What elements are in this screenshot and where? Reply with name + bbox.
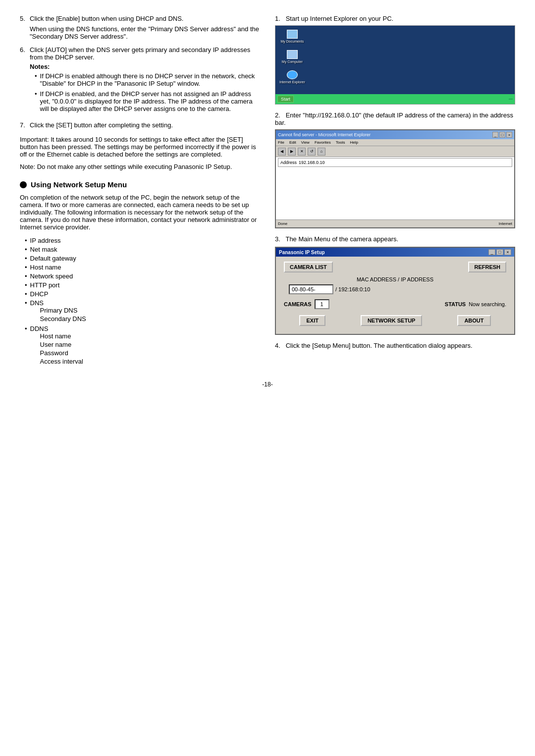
ie-menubar: File Edit View Favorites Tools Help <box>276 139 514 146</box>
ie-maximize-btn[interactable]: □ <box>499 132 505 138</box>
ie-menu-tools[interactable]: Tools <box>336 140 345 145</box>
ie-address-value: 192.168.0.10 <box>299 160 325 165</box>
ip-setup-close-btn[interactable]: × <box>504 249 511 255</box>
ddns-access-interval: Access interval <box>40 358 83 365</box>
section-text: On completion of the network setup of th… <box>20 194 260 231</box>
ie-icon <box>287 70 298 79</box>
note-text-2: If DHCP is enabled, and the DHCP server … <box>40 90 260 112</box>
camera-list-button[interactable]: CAMERA LIST <box>284 262 333 272</box>
mac-address-input[interactable]: 00-80-45- <box>289 284 333 294</box>
important-text: Important: It takes around 10 seconds fo… <box>20 136 256 158</box>
section-heading-text: Using Network Setup Menu <box>31 180 127 189</box>
network-item-dhcp-label: DHCP <box>30 290 49 298</box>
status-label: STATUS <box>445 301 466 307</box>
status-row: STATUS Now searching. <box>445 301 506 307</box>
right-step-1: 1. Start up Internet Explorer on your PC… <box>275 15 515 105</box>
ie-title-text: Cannot find server - Microsoft Internet … <box>278 132 371 137</box>
right-column: 1. Start up Internet Explorer on your PC… <box>275 15 515 371</box>
about-button[interactable]: ABOUT <box>457 315 490 326</box>
desktop-icon-ie: Internet Explorer <box>279 70 305 84</box>
camera-list-row: CAMERA LIST REFRESH <box>284 262 506 272</box>
cameras-count: 1 <box>315 299 329 309</box>
ie-internet-zone: Internet <box>499 221 512 226</box>
ip-setup-body: CAMERA LIST REFRESH MAC ADDRESS / IP ADD… <box>276 257 514 334</box>
right-step-2: 2. Enter "http://192.168.0.10" (the defa… <box>275 111 515 228</box>
mac-ip-label: MAC ADDRESS / IP ADDRESS <box>284 276 506 282</box>
network-item-speed-label: Network speed <box>30 272 73 280</box>
ip-setup-minimize-btn[interactable]: _ <box>488 249 495 255</box>
ddns-password: Password <box>40 349 83 357</box>
ie-addressbar[interactable]: Address 192.168.0.10 <box>278 158 512 167</box>
ie-home-btn[interactable]: ⌂ <box>318 148 325 156</box>
right-step-3-num: 3. <box>275 235 280 243</box>
ie-content <box>276 168 514 225</box>
cameras-row: CAMERAS 1 <box>284 299 329 309</box>
dns-secondary: Secondary DNS <box>40 315 86 323</box>
ip-setup-maximize-btn[interactable]: □ <box>496 249 503 255</box>
refresh-button[interactable]: REFRESH <box>468 262 506 272</box>
ie-statusbar: Done Internet <box>276 219 514 227</box>
important-block: Important: It takes around 10 seconds fo… <box>20 136 260 158</box>
network-item-hostname-label: Host name <box>30 264 61 271</box>
right-step-3-text: The Main Menu of the camera appears. <box>285 235 398 243</box>
desktop-taskbar: Start <box>275 94 515 104</box>
ie-close-btn[interactable]: × <box>506 132 512 138</box>
right-step-1-num: 1. <box>275 15 280 22</box>
right-step-2-num: 2. <box>275 111 280 119</box>
left-column: 5. Click the [Enable] button when using … <box>20 15 260 371</box>
network-item-http: • HTTP port <box>20 281 260 289</box>
ie-menu-favorites[interactable]: Favorites <box>315 140 331 145</box>
note-block: Note: Do not make any other settings whi… <box>20 163 260 170</box>
desktop-icons: My Documents My Computer Internet Explor… <box>279 30 305 84</box>
status-value: Now searching. <box>469 301 506 307</box>
ie-menu-view[interactable]: View <box>301 140 310 145</box>
ip-separator: / 192:168:0:10 <box>335 286 370 292</box>
list-num-5: 5. <box>20 15 27 40</box>
right-step-4-text: Click the [Setup Menu] button. The authe… <box>286 342 473 349</box>
ie-toolbar: ◀ ▶ ✕ ↺ ⌂ <box>276 146 514 157</box>
ie-status-text: Done <box>278 221 287 226</box>
taskbar-time <box>509 99 513 100</box>
network-item-netmask-label: Net mask <box>30 246 57 253</box>
ie-window-buttons: _ □ × <box>492 132 512 138</box>
network-item-dns-label: DNS <box>30 299 86 307</box>
list-num-6: 6. <box>20 46 27 115</box>
my-computer-icon <box>287 50 298 59</box>
network-item-speed: • Network speed <box>20 272 260 280</box>
ie-menu-file[interactable]: File <box>278 140 284 145</box>
ie-refresh-btn[interactable]: ↺ <box>308 148 316 156</box>
my-docs-label: My Documents <box>281 40 304 43</box>
exit-button[interactable]: EXIT <box>299 315 325 326</box>
network-item-dhcp: • DHCP <box>20 290 260 298</box>
page-number: -18- <box>20 381 515 388</box>
ie-label: Internet Explorer <box>279 80 305 84</box>
start-button[interactable]: Start <box>277 96 294 103</box>
ie-forward-btn[interactable]: ▶ <box>288 148 296 156</box>
ie-stop-btn[interactable]: ✕ <box>298 148 306 156</box>
ie-menu-edit[interactable]: Edit <box>289 140 296 145</box>
ip-setup-titlebar: Panasonic IP Setup _ □ × <box>276 248 514 257</box>
list-item-6: 6. Click [AUTO] when the DNS server gets… <box>20 46 260 115</box>
network-item-http-label: HTTP port <box>30 281 60 289</box>
desktop-icon-my-computer: My Computer <box>279 50 305 63</box>
cameras-status-row: CAMERAS 1 STATUS Now searching. <box>284 299 506 309</box>
ie-back-btn[interactable]: ◀ <box>278 148 286 156</box>
mac-ip-row: 00-80-45- / 192:168:0:10 <box>284 284 506 294</box>
network-item-netmask: • Net mask <box>20 246 260 253</box>
ie-minimize-btn[interactable]: _ <box>492 132 498 138</box>
notes-label: Notes: <box>30 63 260 70</box>
note-text-1: If DHCP is enabled although there is no … <box>40 72 260 87</box>
my-docs-icon <box>287 30 298 39</box>
network-setup-button[interactable]: NETWORK SETUP <box>361 315 423 326</box>
network-item-gateway-label: Default gateway <box>30 255 76 262</box>
ip-setup-win-buttons: _ □ × <box>488 249 511 255</box>
desktop-icon-my-docs: My Documents <box>279 30 305 43</box>
ie-screenshot: Cannot find server - Microsoft Internet … <box>275 129 515 228</box>
list-item-5: 5. Click the [Enable] button when using … <box>20 15 260 40</box>
ip-setup-title: Panasonic IP Setup <box>279 250 325 255</box>
network-item-ddns-label: DDNS <box>30 325 83 332</box>
list-text-7: Click the [SET] button after completing … <box>30 121 173 129</box>
network-list: • IP address • Net mask • Default gatewa… <box>20 237 260 366</box>
network-item-ip: • IP address <box>20 237 260 244</box>
ie-menu-help[interactable]: Help <box>350 140 358 145</box>
